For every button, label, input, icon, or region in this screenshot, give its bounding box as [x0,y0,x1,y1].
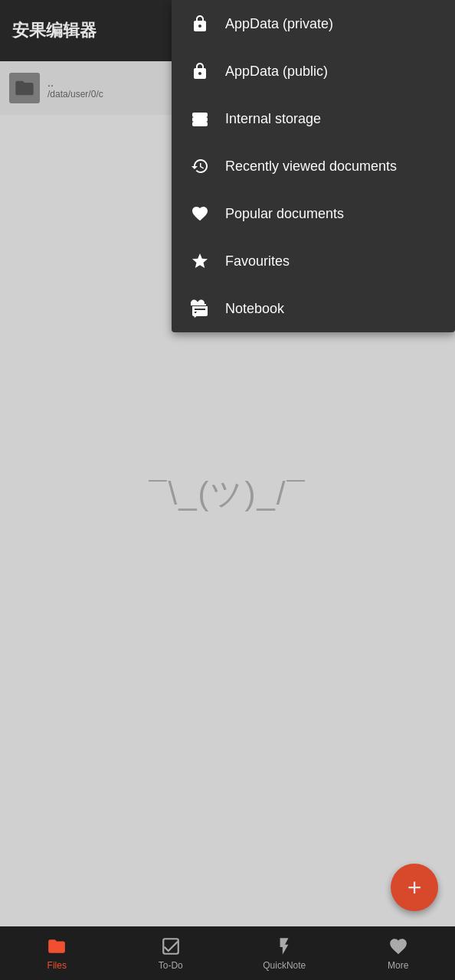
dropdown-menu: AppData (private) AppData (public) Inter… [172,0,455,332]
menu-label-notebook: Notebook [225,301,284,317]
menu-label-favourites: Favourites [225,253,290,270]
more-heart-icon [388,936,409,957]
menu-item-popular-documents[interactable]: Popular documents [172,190,455,237]
nav-label-quicknote: QuickNote [263,960,306,971]
nav-label-files: Files [47,960,67,971]
menu-item-internal-storage[interactable]: Internal storage [172,95,455,142]
storage-icon [190,109,210,129]
menu-item-recently-viewed[interactable]: Recently viewed documents [172,142,455,190]
menu-item-notebook[interactable]: Notebook [172,285,455,332]
bottom-nav: Files To-Do QuickNote More [0,926,455,980]
menu-item-favourites[interactable]: Favourites [172,237,455,285]
notebook-icon [190,299,210,318]
svg-rect-0 [163,939,178,954]
menu-label-appdata-private: AppData (private) [225,16,333,32]
nav-item-todo[interactable]: To-Do [114,936,228,971]
heart-icon [190,204,210,224]
menu-label-popular-documents: Popular documents [225,206,344,222]
nav-item-quicknote[interactable]: QuickNote [228,936,342,971]
menu-label-appdata-public: AppData (public) [225,64,328,80]
folder-nav-icon [46,936,67,957]
nav-label-todo: To-Do [159,960,183,971]
menu-label-internal-storage: Internal storage [225,111,321,127]
nav-item-more[interactable]: More [342,936,456,971]
nav-label-more: More [388,960,408,971]
history-icon [190,156,210,176]
lock-icon-public [190,61,210,81]
menu-label-recently-viewed: Recently viewed documents [225,158,397,175]
lock-icon-private [190,14,210,34]
menu-item-appdata-private[interactable]: AppData (private) [172,0,455,47]
quicknote-icon [273,936,295,957]
nav-item-files[interactable]: Files [0,936,114,971]
star-icon [190,251,210,271]
menu-item-appdata-public[interactable]: AppData (public) [172,47,455,95]
todo-icon [160,936,182,957]
